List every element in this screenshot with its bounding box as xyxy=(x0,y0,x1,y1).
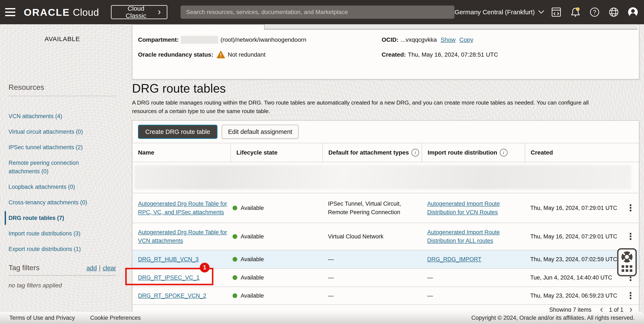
tag-filters-add-link[interactable]: add xyxy=(86,265,97,272)
route-table-name-link[interactable]: DRG_RT_SPOKE_VCN_2 xyxy=(138,292,206,300)
row-created-cell: Thu, May 16, 2024, 07:29:01 UTC⋮ xyxy=(525,204,639,212)
row-name-cell: DRG_RT_SPOKE_VCN_2 xyxy=(132,292,230,300)
available-status-dot xyxy=(232,234,237,239)
drg-details-card: Compartment: (root)/network/iwanhoogendo… xyxy=(132,24,639,79)
logo-cloud-text: Cloud xyxy=(73,6,99,18)
notifications-bell-icon[interactable] xyxy=(570,6,581,18)
tag-filters-empty-text: no tag filters applied xyxy=(8,282,116,289)
help-icon[interactable]: ? xyxy=(589,6,600,18)
developer-tools-icon[interactable] xyxy=(551,6,562,18)
create-drg-route-table-button[interactable]: Create DRG route table xyxy=(138,125,218,139)
row-lifecycle-cell: Available xyxy=(230,232,322,241)
available-status-dot xyxy=(232,206,237,210)
redundancy-label: Oracle redundancy status: xyxy=(138,51,213,58)
row-name-cell: Autogenerated Drg Route Table forVCN att… xyxy=(132,228,230,245)
table-row: Autogenerated Drg Route Table forRPC, VC… xyxy=(132,193,639,223)
sidebar-item-vcn-attachments-4[interactable]: VCN attachments (4) xyxy=(5,112,105,120)
row-import-distribution-cell: — xyxy=(422,292,525,300)
tag-filters-separator: | xyxy=(99,265,101,272)
table-actions: Create DRG route table Edit default assi… xyxy=(132,121,639,143)
tag-filters-divider xyxy=(8,275,116,276)
page-description: A DRG route table manages routing within… xyxy=(132,98,628,115)
route-table-name-link[interactable]: Autogenerated Drg Route Table forRPC, VC… xyxy=(138,199,227,217)
available-status-dot xyxy=(232,275,237,280)
redacted-row-blur xyxy=(134,165,631,189)
lifecycle-state-text: Available xyxy=(241,232,264,241)
ocid-copy-link[interactable]: Copy xyxy=(459,36,473,43)
created-label: Created: xyxy=(382,51,406,58)
hamburger-menu-icon[interactable] xyxy=(5,8,15,16)
row-lifecycle-cell: Available xyxy=(230,255,322,264)
redacted-compartment-block xyxy=(181,36,218,44)
sidebar-item-import-route-distributions-3[interactable]: Import route distributions (3) xyxy=(5,229,105,238)
route-table-name-link[interactable]: Autogenerated Drg Route Table forVCN att… xyxy=(138,228,227,245)
logo-oracle-text: ORACLE xyxy=(24,6,70,18)
oracle-cloud-logo[interactable]: ORACLE Cloud xyxy=(24,6,99,18)
resources-nav-list: VCN attachments (4)Virtual circuit attac… xyxy=(5,112,105,260)
top-navigation-bar: ORACLE Cloud Cloud Classic › Germany Cen… xyxy=(0,0,644,24)
route-table-name-link[interactable]: DRG_RT_IPSEC_VC_1 xyxy=(138,273,200,282)
row-name-cell: DRG_RT_IPSEC_VC_1 xyxy=(132,273,230,282)
warning-triangle-icon xyxy=(216,51,225,59)
table-body: Autogenerated Drg Route Table forRPC, VC… xyxy=(132,193,639,305)
row-import-distribution-cell: — xyxy=(422,273,525,282)
row-name-cell: Autogenerated Drg Route Table forRPC, VC… xyxy=(132,199,230,217)
lifecycle-status-text: AVAILABLE xyxy=(0,35,124,42)
row-lifecycle-cell: Available xyxy=(230,273,322,282)
sidebar-item-drg-route-tables-7[interactable]: DRG route tables (7) xyxy=(5,211,105,225)
lifecycle-state-text: Available xyxy=(241,255,264,264)
created-timestamp: Thu, May 16, 2024, 07:29:01 UTC xyxy=(530,232,617,241)
support-floating-widget[interactable] xyxy=(617,248,637,276)
row-import-distribution-cell: Autogenerated Import RouteDistribution f… xyxy=(422,199,525,217)
info-icon[interactable]: i xyxy=(412,149,419,156)
route-table-name-link[interactable]: DRG_RT_HUB_VCN_3 xyxy=(138,255,199,264)
sidebar-item-loopback-attachments-0[interactable]: Loopback attachments (0) xyxy=(5,183,105,191)
row-kebab-menu-icon[interactable]: ⋮ xyxy=(626,291,639,300)
table-header-row: Name Lifecycle state Default for attachm… xyxy=(132,143,639,162)
ocid-label: OCID: xyxy=(382,36,398,43)
info-icon[interactable]: i xyxy=(500,149,508,156)
resources-heading: Resources xyxy=(8,83,44,91)
row-import-distribution-cell: DRG_RDG_IMPORT xyxy=(422,255,525,264)
tag-filters-clear-link[interactable]: clear xyxy=(103,265,116,272)
import-distribution-link[interactable]: Autogenerated Import RouteDistribution f… xyxy=(427,199,500,217)
row-kebab-menu-icon[interactable]: ⋮ xyxy=(626,232,639,241)
available-status-dot xyxy=(232,257,237,262)
table-row: DRG_RT_IPSEC_VC_1Available——Tue, Jun 4, … xyxy=(132,268,639,287)
row-name-cell: DRG_RT_HUB_VCN_3 xyxy=(132,255,230,264)
annotation-step-badge: 1 xyxy=(200,263,210,273)
row-kebab-menu-icon[interactable]: ⋮ xyxy=(626,204,639,212)
sidebar-item-cross-tenancy-attachments-0[interactable]: Cross-tenancy attachments (0) xyxy=(5,198,105,207)
row-import-distribution-cell: Autogenerated Import RouteDistribution f… xyxy=(422,228,525,245)
user-avatar-icon[interactable] xyxy=(628,6,638,18)
created-value: Thu, May 16, 2024, 07:28:51 UTC xyxy=(408,51,498,58)
table-row: DRG_RT_SPOKE_VCN_2Available——Thu, May 23… xyxy=(132,287,639,305)
lifecycle-state-text: Available xyxy=(241,273,264,282)
ocid-value: ...vxqqcgvkka xyxy=(400,36,437,43)
tag-filters-section: Tag filters add | clear no tag filters a… xyxy=(8,264,116,289)
row-created-cell: Thu, May 16, 2024, 07:29:01 UTC⋮ xyxy=(525,232,639,241)
cookie-preferences-link[interactable]: Cookie Preferences xyxy=(90,315,141,321)
edit-default-assignment-button[interactable]: Edit default assignment xyxy=(222,125,298,139)
table-row: Autogenerated Drg Route Table forVCN att… xyxy=(132,223,639,250)
row-created-cell: Thu, May 23, 2024, 06:59:23 UTC⋮ xyxy=(525,291,639,300)
sidebar-item-remote-peering-connection-attachments-0[interactable]: Remote peering connection attachments (0… xyxy=(5,159,105,176)
redundancy-value: Not redundant xyxy=(228,51,265,58)
row-lifecycle-cell: Available xyxy=(230,292,322,300)
sidebar-item-ipsec-tunnel-attachments-2[interactable]: IPSec tunnel attachments (2) xyxy=(5,143,105,152)
import-distribution-link[interactable]: DRG_RDG_IMPORT xyxy=(427,255,482,264)
row-default-attachment-cell: — xyxy=(322,273,422,282)
compartment-label: Compartment: xyxy=(138,36,179,43)
oracle-cloud-console: ORACLE Cloud Cloud Classic › Germany Cen… xyxy=(0,0,644,324)
terms-of-use-link[interactable]: Terms of Use and Privacy xyxy=(9,315,75,321)
region-selector[interactable]: Germany Central (Frankfurt) xyxy=(454,8,543,16)
sidebar-item-virtual-circuit-attachments-0[interactable]: Virtual circuit attachments (0) xyxy=(5,127,105,136)
language-globe-icon[interactable] xyxy=(608,6,619,18)
search-input[interactable] xyxy=(180,5,454,19)
cloud-classic-button[interactable]: Cloud Classic › xyxy=(111,5,168,19)
import-distribution-link[interactable]: Autogenerated Import RouteDistribution f… xyxy=(427,228,500,245)
sidebar-item-export-route-distributions-1[interactable]: Export route distributions (1) xyxy=(5,245,105,253)
page-title: DRG route tables xyxy=(132,81,226,95)
ocid-show-link[interactable]: Show xyxy=(440,36,456,43)
lifecycle-state-text: Available xyxy=(241,292,264,300)
